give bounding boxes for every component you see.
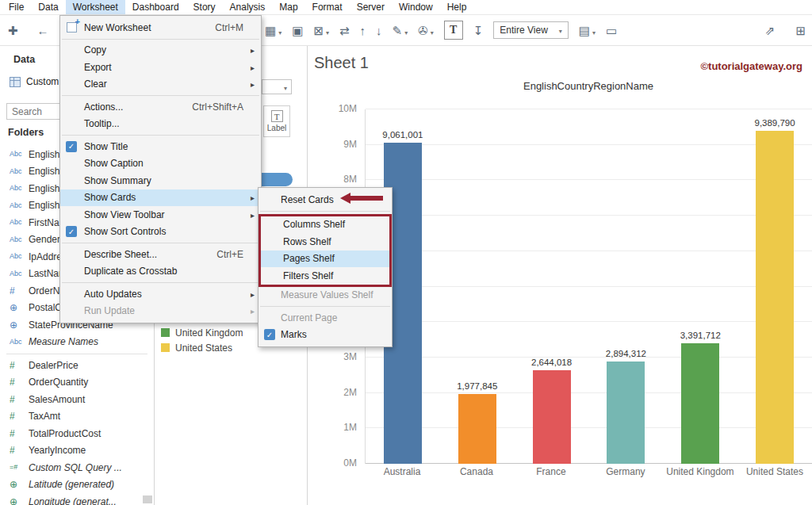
y-tick-label: 2M [343,387,357,398]
globe-icon: ⊕ [10,303,29,312]
submenu-arrow-icon [251,289,255,300]
gridline [366,357,812,358]
menu-item-describe-sheet[interactable]: Describe Sheet...Ctrl+E [60,246,261,263]
menu-item-label: Current Page [281,312,374,323]
field-taxamt[interactable]: #TaxAmt [0,408,154,426]
menu-item-export[interactable]: Export [60,59,261,76]
menu-item-marks[interactable]: Marks [259,327,392,344]
bar-united-kingdom[interactable] [681,343,719,464]
menu-item-auto-updates[interactable]: Auto Updates [60,285,261,303]
pane-scrollbar-corner[interactable] [143,495,152,503]
presentation-mode-icon[interactable]: ▭ [606,25,617,36]
globe-icon: ⊕ [10,320,29,330]
menu-item-label: Describe Sheet... [84,249,202,260]
menu-item-label: Duplicate as Crosstab [84,266,243,277]
share-icon[interactable]: ⇗ [765,25,776,36]
menu-item-filters-shelf[interactable]: Filters Shelf [261,267,389,285]
field-label: Measure Names [29,336,98,347]
menu-item-columns-shelf[interactable]: Columns Shelf [261,216,389,234]
field-custom-sql-query[interactable]: =#Custom SQL Query ... [0,459,154,476]
field-orderquantity[interactable]: #OrderQuantity [0,374,154,392]
highlight-icon[interactable]: ✎ [393,24,408,37]
menu-item-label: Auto Updates [84,289,243,300]
chevron-down-icon [284,82,287,93]
legend-label: United States [175,342,232,354]
menubar-item-worksheet[interactable]: Worksheet [66,0,125,14]
bar-germany[interactable] [607,362,645,464]
menubar-item-analysis[interactable]: Analysis [223,0,273,14]
field-totalproductcost[interactable]: #TotalProductCost [0,425,154,442]
menu-item-show-summary[interactable]: Show Summary [60,172,261,189]
menu-item-show-view-toolbar[interactable]: Show View Toolbar [60,206,261,224]
menubar-item-format[interactable]: Format [305,0,350,14]
duplicate-sheet-icon[interactable]: ▣ [292,25,303,36]
menu-item-label: Show Caption [84,158,243,169]
new-worksheet-icon[interactable]: ▦ [265,24,282,37]
menubar-item-file[interactable]: File [2,0,31,14]
group-members-icon[interactable]: ✇ [418,24,434,37]
bar-canada[interactable] [458,394,496,464]
sort-ascending-icon[interactable]: ↑ [360,25,366,36]
field-longitude-generat[interactable]: ⊕Longitude (generat... [0,493,154,505]
menu-item-label: Clear [84,78,243,90]
menu-shortcut: Ctrl+Shift+A [192,101,243,113]
bar-united-states[interactable] [756,131,794,464]
menubar-item-help[interactable]: Help [440,0,474,14]
x-axis-labels: AustraliaCanadaFranceGermanyUnited Kingd… [365,466,812,479]
toolbar-group-center: ▦▣⊠⇄↑↓✎✇T↧Entire View▤▭ [265,15,617,45]
clear-sheet-icon[interactable]: ⊠ [313,24,329,37]
undo-icon[interactable]: ← [37,25,49,36]
sort-descending-icon[interactable]: ↓ [376,25,382,36]
text-label-icon: T [271,110,283,122]
menu-item-copy[interactable]: Copy [60,42,261,59]
menubar-item-data[interactable]: Data [31,0,65,14]
menu-item-new-worksheet[interactable]: New WorksheetCtrl+M [60,19,261,36]
field-measure-names[interactable]: AbcMeasure Names [0,334,154,351]
globe-icon: ⊕ [10,497,29,505]
menubar-item-dashboard[interactable]: Dashboard [125,0,186,14]
marks-label-button[interactable]: T Label [263,105,290,137]
marks-dropdown-fragment[interactable] [262,79,292,94]
swap-rows-columns-icon[interactable]: ⇄ [339,25,350,36]
menu-item-label: Export [84,62,243,73]
field-latitude-generated[interactable]: ⊕Latitude (generated) [0,476,154,494]
menubar-item-server[interactable]: Server [350,0,392,14]
menu-item-show-title[interactable]: Show Title [60,138,261,155]
menu-item-show-cards[interactable]: Show Cards [60,189,261,207]
show-hide-cards-icon[interactable]: ▤ [579,24,596,37]
field-dealerprice[interactable]: #DealerPrice [0,357,154,374]
menu-item-measure-values-shelf: Measure Values Shelf [259,287,392,304]
menu-item-rows-shelf[interactable]: Rows Shelf [261,233,389,251]
tab-data[interactable]: Data [13,54,35,65]
menu-item-run-update: Run Update [60,303,261,320]
gridline [366,427,812,428]
legend-item-united-states[interactable]: United States [161,340,243,355]
menu-item-clear[interactable]: Clear [60,76,261,94]
field-label: DealerPrice [29,360,79,371]
menu-separator [62,243,259,243]
bar-france[interactable] [533,370,571,464]
menu-item-actions[interactable]: Actions...Ctrl+Shift+A [60,98,261,116]
x-tick-label: United States [737,466,812,479]
field-yearlyincome[interactable]: #YearlyIncome [0,442,154,460]
menu-item-show-caption[interactable]: Show Caption [60,155,261,173]
fit-selector[interactable]: Entire View [493,21,569,39]
show-mark-labels-icon[interactable]: T [444,21,463,40]
menubar-item-map[interactable]: Map [272,0,304,14]
menubar-item-window[interactable]: Window [392,0,440,14]
plot-area: 9,061,0011,977,8452,644,0182,894,3123,39… [365,109,812,464]
fix-axes-icon[interactable]: ↧ [473,25,484,36]
menu-item-pages-shelf[interactable]: Pages Shelf [261,251,389,268]
tableau-logo-icon[interactable]: ✚ [8,25,18,36]
number-icon: =# [10,464,29,471]
field-label: SalesAmount [29,394,85,405]
field-salesamount[interactable]: #SalesAmount [0,391,154,408]
menu-item-duplicate-as-crosstab[interactable]: Duplicate as Crosstab [60,263,261,281]
folders-header: Folders [8,127,44,138]
menu-item-show-sort-controls[interactable]: Show Sort Controls [60,224,261,241]
legend-item-united-kingdom[interactable]: United Kingdom [161,325,243,340]
menu-item-tooltip[interactable]: Tooltip... [60,116,261,133]
y-tick-label: 1M [343,422,357,433]
show-me-icon[interactable]: ⊞ [795,25,806,36]
menubar-item-story[interactable]: Story [186,0,223,14]
